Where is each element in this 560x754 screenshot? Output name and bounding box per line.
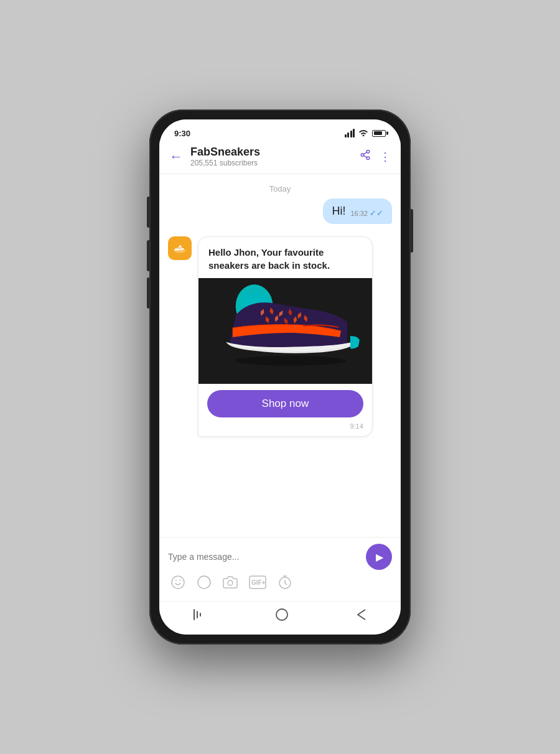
bot-avatar — [168, 236, 192, 260]
battery-icon — [372, 130, 386, 137]
emoji-icon[interactable] — [170, 575, 185, 593]
sent-message-meta: 16:32 ✓✓ — [350, 208, 383, 218]
status-icons — [345, 128, 386, 138]
svg-text:GIF+: GIF+ — [251, 579, 266, 586]
share-icon[interactable] — [360, 149, 371, 164]
back-button[interactable]: ← — [169, 149, 183, 165]
nav-recent-icon[interactable] — [357, 608, 366, 624]
nav-home-icon[interactable] — [275, 608, 289, 625]
timer-icon[interactable] — [278, 575, 292, 593]
received-message-time: 9:14 — [198, 421, 372, 436]
svg-rect-19 — [194, 609, 195, 620]
sent-message-text: Hi! — [332, 205, 345, 218]
input-area: ▶ — [159, 537, 401, 601]
svg-line-4 — [363, 152, 366, 154]
svg-point-22 — [276, 609, 287, 620]
nav-back-icon[interactable] — [194, 609, 207, 623]
sticker-icon[interactable] — [197, 575, 212, 593]
chat-info: FabSneakers 205,551 subscribers — [190, 146, 360, 167]
svg-point-2 — [366, 157, 370, 160]
signal-icon — [345, 129, 355, 137]
bot-message-card: Hello Jhon, Your favourite sneakers are … — [198, 236, 373, 437]
svg-point-1 — [361, 154, 364, 157]
gif-icon[interactable]: GIF+ — [249, 575, 266, 593]
svg-rect-21 — [200, 613, 201, 617]
input-row: ▶ — [168, 544, 392, 570]
messages-area: Hi! 16:32 ✓✓ Hello Jhon, Your f — [159, 198, 401, 537]
send-button[interactable]: ▶ — [366, 544, 392, 570]
svg-point-14 — [228, 580, 233, 585]
svg-point-0 — [366, 151, 370, 154]
svg-point-10 — [172, 576, 184, 589]
bottom-nav — [159, 601, 401, 635]
subscribers-count: 205,551 subscribers — [190, 159, 360, 167]
sneaker-image — [198, 278, 372, 384]
more-icon[interactable]: ⋮ — [380, 150, 391, 164]
svg-point-9 — [235, 356, 346, 366]
received-message-wrapper: Hello Jhon, Your favourite sneakers are … — [168, 236, 392, 437]
camera-icon[interactable] — [223, 575, 238, 593]
bot-message-text: Hello Jhon, Your favourite sneakers are … — [198, 237, 372, 278]
status-time: 9:30 — [174, 129, 190, 138]
svg-line-3 — [363, 156, 366, 157]
status-bar: 9:30 — [159, 119, 401, 142]
date-divider: Today — [159, 174, 401, 198]
sent-message: Hi! 16:32 ✓✓ — [323, 198, 392, 224]
header-actions: ⋮ — [360, 149, 391, 164]
phone-screen: 9:30 ← — [159, 119, 401, 635]
channel-name: FabSneakers — [190, 146, 360, 159]
chat-header: ← FabSneakers 205,551 subscribers ⋮ — [159, 142, 401, 174]
svg-rect-20 — [197, 611, 198, 618]
read-receipt-icon: ✓✓ — [370, 208, 383, 218]
toolbar-icons: GIF+ — [168, 570, 392, 596]
message-input[interactable] — [168, 552, 360, 562]
shop-now-button[interactable]: Shop now — [207, 390, 363, 417]
wifi-icon — [358, 128, 368, 138]
phone-device: 9:30 ← — [149, 109, 411, 645]
sent-time: 16:32 — [350, 210, 368, 217]
send-icon: ▶ — [376, 551, 383, 563]
